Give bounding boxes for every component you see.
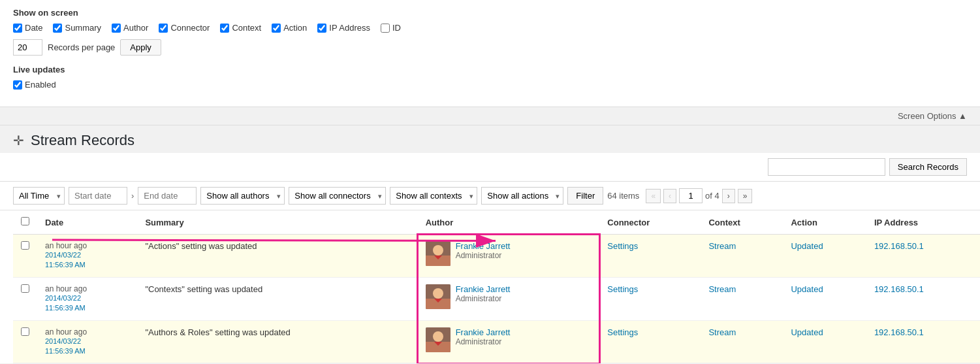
pagination-total: of 4 <box>705 191 719 201</box>
contexts-filter-wrapper: Show all contexts <box>390 187 477 205</box>
connector-link[interactable]: Settings <box>607 241 638 251</box>
pagination-prev[interactable]: ‹ <box>663 189 676 203</box>
col-connector: Connector <box>599 210 701 235</box>
date-separator: › <box>131 191 134 201</box>
action-link[interactable]: Updated <box>791 284 823 294</box>
author-avatar <box>426 241 450 266</box>
screen-options-panel: Show on screen Date Summary Author Conne… <box>0 0 980 107</box>
table-body: an hour ago 2014/03/2211:56:39 AM "Actio… <box>13 235 980 363</box>
author-role: Administrator <box>456 251 511 260</box>
checkbox-row: Date Summary Author Connector Context Ac… <box>13 23 967 33</box>
authors-filter[interactable]: Show all authors <box>200 187 285 205</box>
show-on-screen-label: Show on screen <box>13 8 967 18</box>
row-author: Frankie Jarrett Administrator <box>418 277 600 320</box>
search-button[interactable]: Search Records <box>889 158 967 176</box>
connectors-filter[interactable]: Show all connectors <box>289 187 386 205</box>
row-author: Frankie Jarrett Administrator <box>418 235 600 278</box>
checkbox-context[interactable]: Context <box>220 23 261 33</box>
author-role: Administrator <box>456 294 511 303</box>
row-checkbox[interactable] <box>13 277 37 320</box>
col-author: Author <box>418 210 600 235</box>
col-checkbox <box>13 210 37 235</box>
checkbox-author[interactable]: Author <box>112 23 148 33</box>
end-date-input[interactable] <box>138 187 197 205</box>
context-link[interactable]: Stream <box>708 241 736 251</box>
author-info: Frankie Jarrett Administrator <box>456 284 511 303</box>
row-context: Stream <box>701 277 783 320</box>
table-head: Date Summary Author Connector Context Ac… <box>13 210 980 235</box>
connector-link[interactable]: Settings <box>607 327 638 337</box>
connector-link[interactable]: Settings <box>607 284 638 294</box>
row-ip: 192.168.50.1 <box>866 235 980 278</box>
row-summary: "Authors & Roles" setting was updated <box>137 320 417 363</box>
author-avatar <box>426 284 450 309</box>
context-link[interactable]: Stream <box>708 327 736 337</box>
pagination-current-input[interactable] <box>679 188 703 203</box>
contexts-filter[interactable]: Show all contexts <box>390 187 477 205</box>
live-updates-title: Live updates <box>13 65 967 74</box>
row-author: Frankie Jarrett Administrator <box>418 320 600 363</box>
pagination-first[interactable]: « <box>646 189 661 203</box>
toolbar-right: Search Records <box>768 158 967 176</box>
row-checkbox[interactable] <box>13 235 37 278</box>
action-link[interactable]: Updated <box>791 327 823 337</box>
date-full: 2014/03/2211:56:39 AM <box>45 250 129 271</box>
checkbox-connector[interactable]: Connector <box>159 23 210 33</box>
col-summary: Summary <box>137 210 417 235</box>
checkbox-ip[interactable]: IP Address <box>317 23 370 33</box>
ip-link[interactable]: 192.168.50.1 <box>874 327 924 337</box>
row-summary: "Contexts" setting was updated <box>137 277 417 320</box>
svg-point-1 <box>433 245 443 256</box>
table-row: an hour ago 2014/03/2211:56:39 AM "Conte… <box>13 277 980 320</box>
row-action: Updated <box>783 320 866 363</box>
search-input[interactable] <box>768 158 885 176</box>
stream-icon: ✛ <box>13 133 24 148</box>
records-per-page-input[interactable] <box>13 39 42 56</box>
row-context: Stream <box>701 235 783 278</box>
start-date-input[interactable] <box>69 187 127 205</box>
live-updates-row: Enabled <box>13 80 967 90</box>
author-name[interactable]: Frankie Jarrett <box>456 241 511 251</box>
screen-options-toggle[interactable]: Screen Options ▲ <box>898 111 967 121</box>
row-ip: 192.168.50.1 <box>866 320 980 363</box>
avatar-image <box>426 327 450 352</box>
apply-button[interactable]: Apply <box>120 39 161 56</box>
author-avatar <box>426 327 450 352</box>
table-row: an hour ago 2014/03/2211:56:39 AM "Actio… <box>13 235 980 278</box>
row-ip: 192.168.50.1 <box>866 277 980 320</box>
date-relative: an hour ago <box>45 241 129 250</box>
col-action: Action <box>783 210 866 235</box>
ip-link[interactable]: 192.168.50.1 <box>874 284 924 294</box>
filter-button[interactable]: Filter <box>567 187 603 205</box>
author-name[interactable]: Frankie Jarrett <box>456 284 511 294</box>
checkbox-id[interactable]: ID <box>381 23 401 33</box>
page-title: Stream Records <box>31 132 134 149</box>
actions-filter[interactable]: Show all actions <box>481 187 563 205</box>
checkbox-summary[interactable]: Summary <box>53 23 101 33</box>
pagination-last[interactable]: » <box>738 189 753 203</box>
toolbar-row: Search Records <box>0 153 980 182</box>
row-action: Updated <box>783 235 866 278</box>
author-name[interactable]: Frankie Jarrett <box>456 327 511 337</box>
table-row: an hour ago 2014/03/2211:56:39 AM "Autho… <box>13 320 980 363</box>
checkbox-action[interactable]: Action <box>272 23 307 33</box>
date-relative: an hour ago <box>45 327 129 337</box>
row-action: Updated <box>783 277 866 320</box>
pagination-info: 64 items « ‹ of 4 › » <box>607 188 752 203</box>
svg-point-6 <box>433 288 443 299</box>
row-date: an hour ago 2014/03/2211:56:39 AM <box>37 235 137 278</box>
time-filter[interactable]: All Time <box>13 187 65 205</box>
ip-link[interactable]: 192.168.50.1 <box>874 241 924 251</box>
action-link[interactable]: Updated <box>791 241 823 251</box>
checkbox-date[interactable]: Date <box>13 23 42 33</box>
checkbox-live-updates[interactable]: Enabled <box>13 80 56 90</box>
date-relative: an hour ago <box>45 284 129 293</box>
col-context: Context <box>701 210 783 235</box>
actions-filter-wrapper: Show all actions <box>481 187 563 205</box>
context-link[interactable]: Stream <box>708 284 736 294</box>
records-per-page-label: Records per page <box>48 42 115 52</box>
pagination-next[interactable]: › <box>722 189 735 203</box>
row-date: an hour ago 2014/03/2211:56:39 AM <box>37 320 137 363</box>
table-wrapper: Date Summary Author Connector Context Ac… <box>0 210 980 363</box>
row-checkbox[interactable] <box>13 320 37 363</box>
